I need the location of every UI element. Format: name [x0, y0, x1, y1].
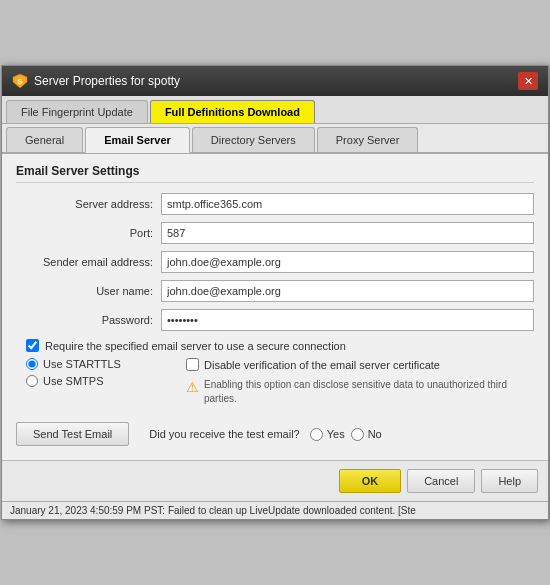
help-button[interactable]: Help [481, 469, 538, 493]
send-test-email-button[interactable]: Send Test Email [16, 422, 129, 446]
close-button[interactable]: ✕ [518, 72, 538, 90]
sender-email-input[interactable] [161, 251, 534, 273]
require-secure-checkbox[interactable] [26, 339, 39, 352]
tab-proxy-server[interactable]: Proxy Server [317, 127, 419, 152]
port-row: Port: [16, 222, 534, 244]
server-address-row: Server address: [16, 193, 534, 215]
sender-email-label: Sender email address: [16, 256, 161, 268]
no-radio[interactable] [351, 428, 364, 441]
server-properties-dialog: S Server Properties for spotty ✕ File Fi… [1, 65, 549, 520]
password-label: Password: [16, 314, 161, 326]
tab-directory-servers[interactable]: Directory Servers [192, 127, 315, 152]
starttls-smtps-col: Use STARTTLS Use SMTPS [26, 358, 186, 406]
content-area: Email Server Settings Server address: Po… [2, 154, 548, 460]
password-input[interactable] [161, 309, 534, 331]
require-secure-row: Require the specified email server to us… [26, 339, 534, 352]
title-bar: S Server Properties for spotty ✕ [2, 66, 548, 96]
title-bar-left: S Server Properties for spotty [12, 73, 180, 89]
action-row: Send Test Email Did you receive the test… [16, 422, 534, 450]
smtps-label: Use SMTPS [43, 375, 104, 387]
warning-icon: ⚠ [186, 379, 199, 395]
starttls-row: Use STARTTLS [26, 358, 186, 370]
yes-row: Yes [310, 428, 345, 441]
username-input[interactable] [161, 280, 534, 302]
verification-col: Disable verification of the email server… [186, 358, 534, 406]
yes-radio[interactable] [310, 428, 323, 441]
tab-general[interactable]: General [6, 127, 83, 152]
port-label: Port: [16, 227, 161, 239]
test-question-label: Did you receive the test email? [149, 428, 299, 440]
starttls-radio[interactable] [26, 358, 38, 370]
warning-text: Enabling this option can disclose sensit… [204, 378, 534, 406]
disable-verification-checkbox[interactable] [186, 358, 199, 371]
no-label: No [368, 428, 382, 440]
username-row: User name: [16, 280, 534, 302]
port-input[interactable] [161, 222, 534, 244]
symantec-icon: S [12, 73, 28, 89]
password-row: Password: [16, 309, 534, 331]
server-address-input[interactable] [161, 193, 534, 215]
server-address-label: Server address: [16, 198, 161, 210]
cancel-button[interactable]: Cancel [407, 469, 475, 493]
svg-text:S: S [17, 77, 23, 86]
tab-email-server[interactable]: Email Server [85, 127, 190, 153]
status-bar: January 21, 2023 4:50:59 PM PST: Failed … [2, 501, 548, 519]
dialog-title: Server Properties for spotty [34, 74, 180, 88]
warning-row: ⚠ Enabling this option can disclose sens… [186, 378, 534, 406]
status-text: January 21, 2023 4:50:59 PM PST: Failed … [10, 505, 416, 516]
bottom-buttons: OK Cancel Help [2, 460, 548, 501]
top-tab-bar: File Fingerprint Update Full Definitions… [2, 96, 548, 124]
require-secure-label: Require the specified email server to us… [45, 340, 346, 352]
security-options-section: Use STARTTLS Use SMTPS Disable verificat… [26, 358, 534, 406]
starttls-label: Use STARTTLS [43, 358, 121, 370]
no-row: No [351, 428, 382, 441]
sender-email-row: Sender email address: [16, 251, 534, 273]
disable-verification-label: Disable verification of the email server… [204, 359, 440, 371]
tab-full-definitions[interactable]: Full Definitions Download [150, 100, 315, 123]
ok-button[interactable]: OK [339, 469, 402, 493]
yes-no-group: Yes No [310, 428, 382, 441]
smtps-radio[interactable] [26, 375, 38, 387]
section-title: Email Server Settings [16, 164, 534, 183]
username-label: User name: [16, 285, 161, 297]
smtps-row: Use SMTPS [26, 375, 186, 387]
main-tab-bar: General Email Server Directory Servers P… [2, 124, 548, 154]
tab-file-fingerprint[interactable]: File Fingerprint Update [6, 100, 148, 123]
disable-verification-row: Disable verification of the email server… [186, 358, 534, 371]
yes-label: Yes [327, 428, 345, 440]
